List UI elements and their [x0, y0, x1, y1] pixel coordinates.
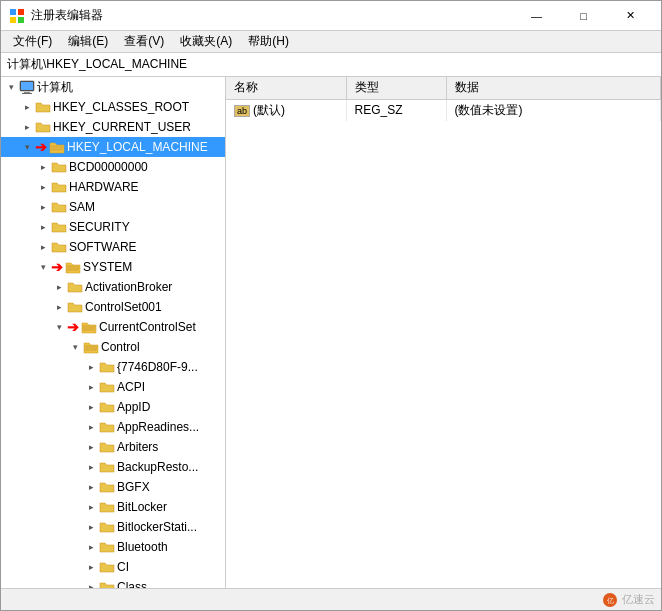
svg-rect-2: [10, 17, 16, 23]
expand-btn-ci[interactable]: ▸: [83, 557, 99, 577]
svg-rect-3: [18, 17, 24, 23]
tree-item-bitlocker[interactable]: ▸ BitLocker: [1, 497, 225, 517]
folder-closed-icon: [99, 519, 115, 535]
folder-closed-icon: [99, 499, 115, 515]
cell-name: ab(默认): [226, 99, 346, 121]
expand-btn-bitlocker[interactable]: ▸: [83, 497, 99, 517]
expand-btn-bitlockerstatus[interactable]: ▸: [83, 517, 99, 537]
expand-btn-controlset001[interactable]: ▸: [51, 297, 67, 317]
tree-item-sam[interactable]: ▸ SAM: [1, 197, 225, 217]
title-bar: 注册表编辑器 — □ ✕: [1, 1, 661, 31]
expand-btn-system[interactable]: ▾: [35, 257, 51, 277]
menu-item-h[interactable]: 帮助(H): [240, 31, 297, 52]
table-row[interactable]: ab(默认)REG_SZ(数值未设置): [226, 99, 661, 121]
tree-label-local_machine: HKEY_LOCAL_MACHINE: [67, 140, 208, 154]
tree-item-backuprestore[interactable]: ▸ BackupResto...: [1, 457, 225, 477]
expand-btn-local_machine[interactable]: ▾: [19, 137, 35, 157]
tree-label-security: SECURITY: [69, 220, 130, 234]
expand-btn-class[interactable]: ▸: [83, 577, 99, 588]
expand-btn-appid[interactable]: ▸: [83, 397, 99, 417]
expand-btn-software[interactable]: ▸: [35, 237, 51, 257]
tree-item-current_user[interactable]: ▸ HKEY_CURRENT_USER: [1, 117, 225, 137]
menu-bar: 文件(F)编辑(E)查看(V)收藏夹(A)帮助(H): [1, 31, 661, 53]
tree-label-class: Class: [117, 580, 147, 588]
folder-closed-icon: [51, 199, 67, 215]
tree-label-appreadiness: AppReadines...: [117, 420, 199, 434]
tree-label-activationbroker: ActivationBroker: [85, 280, 172, 294]
tree-item-security[interactable]: ▸ SECURITY: [1, 217, 225, 237]
expand-btn-appreadiness[interactable]: ▸: [83, 417, 99, 437]
tree-item-classes_root[interactable]: ▸ HKEY_CLASSES_ROOT: [1, 97, 225, 117]
tree-item-hardware[interactable]: ▸ HARDWARE: [1, 177, 225, 197]
menu-item-a[interactable]: 收藏夹(A): [172, 31, 240, 52]
cell-data: (数值未设置): [446, 99, 661, 121]
expand-btn-currentcontrolset[interactable]: ▾: [51, 317, 67, 337]
tree-item-class[interactable]: ▸ Class: [1, 577, 225, 588]
tree-item-computer[interactable]: ▾ 计算机: [1, 77, 225, 97]
svg-text:亿: 亿: [606, 597, 614, 604]
tree-item-bgfx[interactable]: ▸ BGFX: [1, 477, 225, 497]
folder-closed-icon: [99, 579, 115, 588]
folder-closed-icon: [51, 219, 67, 235]
folder-closed-icon: [67, 279, 83, 295]
watermark-text: 亿速云: [622, 592, 655, 607]
expand-btn-bcd[interactable]: ▸: [35, 157, 51, 177]
expand-btn-security[interactable]: ▸: [35, 217, 51, 237]
tree-item-software[interactable]: ▸ SOFTWARE: [1, 237, 225, 257]
tree-item-bitlockerstatus[interactable]: ▸ BitlockerStati...: [1, 517, 225, 537]
tree-label-ci: CI: [117, 560, 129, 574]
expand-btn-control[interactable]: ▾: [67, 337, 83, 357]
tree-item-acpi[interactable]: ▸ ACPI: [1, 377, 225, 397]
tree-item-control[interactable]: ▾ Control: [1, 337, 225, 357]
expand-btn-acpi[interactable]: ▸: [83, 377, 99, 397]
minimize-button[interactable]: —: [514, 1, 559, 31]
tree-item-appreadiness[interactable]: ▸ AppReadines...: [1, 417, 225, 437]
folder-closed-icon: [99, 479, 115, 495]
expand-btn-sam[interactable]: ▸: [35, 197, 51, 217]
expand-btn-computer[interactable]: ▾: [3, 77, 19, 97]
tree-label-control: Control: [101, 340, 140, 354]
tree-item-local_machine[interactable]: ▾➔ HKEY_LOCAL_MACHINE: [1, 137, 225, 157]
folder-closed-icon: [51, 159, 67, 175]
tree-label-computer: 计算机: [37, 79, 73, 96]
tree-item-bcd[interactable]: ▸ BCD00000000: [1, 157, 225, 177]
expand-btn-bgfx[interactable]: ▸: [83, 477, 99, 497]
tree-item-ci[interactable]: ▸ CI: [1, 557, 225, 577]
tree-item-activationbroker[interactable]: ▸ ActivationBroker: [1, 277, 225, 297]
menu-item-e[interactable]: 编辑(E): [60, 31, 116, 52]
menu-item-f[interactable]: 文件(F): [5, 31, 60, 52]
computer-icon: [19, 79, 35, 95]
expand-btn-current_user[interactable]: ▸: [19, 117, 35, 137]
menu-item-v[interactable]: 查看(V): [116, 31, 172, 52]
svg-rect-0: [10, 9, 16, 15]
tree-label-currentcontrolset: CurrentControlSet: [99, 320, 196, 334]
tree-item-arbiters[interactable]: ▸ Arbiters: [1, 437, 225, 457]
expand-btn-classes_root[interactable]: ▸: [19, 97, 35, 117]
folder-closed-icon: [35, 119, 51, 135]
expand-btn-activationbroker[interactable]: ▸: [51, 277, 67, 297]
tree-label-7746: {7746D80F-9...: [117, 360, 198, 374]
folder-closed-icon: [35, 99, 51, 115]
title-controls: — □ ✕: [514, 1, 653, 31]
left-panel[interactable]: ▾ 计算机▸ HKEY_CLASSES_ROOT▸ HKEY_CURRENT_U…: [1, 77, 226, 588]
tree-item-bluetooth[interactable]: ▸ Bluetooth: [1, 537, 225, 557]
main-content: ▾ 计算机▸ HKEY_CLASSES_ROOT▸ HKEY_CURRENT_U…: [1, 77, 661, 588]
expand-btn-7746[interactable]: ▸: [83, 357, 99, 377]
close-button[interactable]: ✕: [608, 1, 653, 31]
app-icon: [9, 8, 25, 24]
arrow-annotation-local_machine: ➔: [35, 139, 47, 155]
tree-item-appid[interactable]: ▸ AppID: [1, 397, 225, 417]
maximize-button[interactable]: □: [561, 1, 606, 31]
folder-open-icon: [49, 139, 65, 155]
expand-btn-arbiters[interactable]: ▸: [83, 437, 99, 457]
breadcrumb: 计算机\HKEY_LOCAL_MACHINE: [7, 56, 187, 73]
folder-closed-icon: [99, 439, 115, 455]
expand-btn-hardware[interactable]: ▸: [35, 177, 51, 197]
tree-item-controlset001[interactable]: ▸ ControlSet001: [1, 297, 225, 317]
expand-btn-backuprestore[interactable]: ▸: [83, 457, 99, 477]
folder-closed-icon: [99, 419, 115, 435]
expand-btn-bluetooth[interactable]: ▸: [83, 537, 99, 557]
tree-item-system[interactable]: ▾➔ SYSTEM: [1, 257, 225, 277]
tree-item-currentcontrolset[interactable]: ▾➔ CurrentControlSet: [1, 317, 225, 337]
tree-item-7746[interactable]: ▸ {7746D80F-9...: [1, 357, 225, 377]
